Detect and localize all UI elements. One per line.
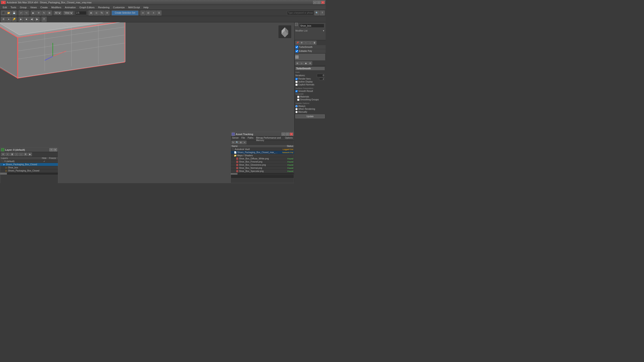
layer-row-default[interactable]: ⬛ 0 (default) ✓ [0, 160, 58, 163]
delete-modifier-button[interactable]: 🗑 [312, 41, 316, 45]
set-key[interactable]: 🔑 [12, 17, 16, 22]
play-button[interactable]: ▶ [18, 17, 24, 22]
layer-vis-default[interactable]: ✓ [40, 160, 48, 162]
rotate-button[interactable]: ↻ [42, 10, 46, 16]
down-button[interactable]: ↓ [308, 41, 312, 45]
asset-row-normal[interactable]: 🖼 Shoe_Box_Normal.png Found [231, 166, 294, 170]
modifier-editable-poly[interactable]: Editable Poly [294, 49, 326, 53]
time-config[interactable]: ⏱ [42, 17, 46, 22]
modifier-dropdown-icon[interactable]: ▼ [322, 30, 325, 32]
asset-server-menu[interactable]: Server [231, 136, 240, 140]
new-file-button[interactable]: ⬛ [1, 10, 6, 16]
turbosmooth-enabled[interactable] [296, 46, 298, 48]
snap-percent-input[interactable] [75, 11, 86, 15]
asset-search-input[interactable] [231, 175, 294, 178]
prev-frame[interactable]: ◀| [29, 17, 34, 22]
percent-snap-button[interactable]: % [99, 10, 104, 16]
snap-button[interactable]: ⊠ [88, 10, 94, 16]
layer-mgr-button[interactable]: ≡ [151, 10, 156, 16]
minimize-button[interactable]: ─ [313, 1, 317, 4]
layers-move-up-button[interactable]: ↑ [14, 152, 18, 156]
asset-file-menu[interactable]: File [240, 136, 246, 140]
asset-scrollbar[interactable] [231, 173, 294, 175]
layers-settings-button[interactable]: ⚙ [24, 152, 28, 156]
layer-row-shoes[interactable]: ▶ Shoes_Packaging_Box_Closed [0, 163, 58, 166]
menu-graph-editors[interactable]: Graph Editors [78, 6, 96, 9]
object-color-swatch[interactable] [295, 23, 298, 26]
iterations-input[interactable] [317, 74, 325, 77]
menu-rendering[interactable]: Rendering [96, 6, 111, 9]
layers-move-down-button[interactable]: ↓ [19, 152, 23, 156]
modifier-turbosmooth[interactable]: TurboSmooth [294, 45, 326, 49]
viewport-cube[interactable] [278, 25, 292, 38]
spinner-snap-button[interactable]: ✲ [105, 10, 110, 16]
asset-list-view[interactable]: ≡ [243, 141, 246, 144]
pin-modifier-button[interactable]: 📌 [296, 41, 300, 45]
scale-button[interactable]: ⊞ [47, 10, 52, 16]
utilities-icon[interactable]: ⚙ [308, 61, 312, 65]
smoothing-groups-checkbox[interactable] [297, 98, 300, 101]
next-frame[interactable]: |▶ [35, 17, 40, 22]
menu-group[interactable]: Group [18, 6, 28, 9]
render-iters-input[interactable] [319, 78, 325, 80]
asset-row-max-file[interactable]: 📄 Shoes_Packaging_Box_Closed_max_vray.ma… [231, 151, 294, 154]
menu-views[interactable]: Views [28, 6, 38, 9]
align-button[interactable]: ⊟ [146, 10, 151, 16]
asset-find-button[interactable]: 🔍 [235, 141, 239, 144]
layer-row-shoes-closed[interactable]: ▷ Shoes_Packaging_Box_Closed [0, 169, 58, 172]
layers-help-button[interactable]: ? [50, 148, 53, 151]
redo-button[interactable]: ↪ [24, 10, 29, 16]
smooth-result-checkbox[interactable] [296, 90, 298, 92]
undo-button[interactable]: ↩ [18, 10, 24, 16]
help-search-input[interactable] [287, 11, 314, 15]
asset-maximize-button[interactable]: □ [286, 132, 289, 136]
close-button[interactable]: ✕ [321, 1, 325, 4]
layers-add-button[interactable]: + [6, 152, 10, 156]
always-radio[interactable] [296, 105, 298, 107]
materials-checkbox[interactable] [297, 96, 300, 98]
configure-button[interactable]: ⚙ [300, 41, 304, 45]
save-button[interactable]: 💾 [12, 10, 16, 16]
manually-radio[interactable] [296, 111, 298, 113]
layers-select-button[interactable]: ▶ [28, 152, 32, 156]
asset-row-diffuse[interactable]: 🖼 Shoe_Box_Diffuse_White.png Found [231, 157, 294, 160]
object-name-input[interactable] [299, 24, 324, 28]
asset-row-maps[interactable]: 📁 Maps / Shaders [231, 154, 294, 157]
help-search-button[interactable]: 🔍 [314, 10, 319, 16]
move-button[interactable]: ✛ [36, 10, 41, 16]
ribbon-button[interactable]: ☰ [156, 10, 162, 16]
motion-icon[interactable]: ▷ [300, 61, 304, 65]
layers-scrollbar[interactable] [0, 172, 58, 175]
view-select[interactable]: View [64, 11, 73, 15]
asset-minimize-button[interactable]: ─ [282, 132, 285, 136]
display-icon[interactable]: ◉ [304, 61, 308, 65]
asset-bitmap-menu[interactable]: Bitmap Performance and Memory [255, 136, 284, 140]
selection-filter[interactable]: All [54, 11, 62, 15]
layers-new-button[interactable]: ✕ [1, 152, 5, 156]
explicit-normals-checkbox[interactable] [296, 84, 298, 86]
asset-row-fresnel[interactable]: 🖼 Shoe_Box_Fresnel.png Found [231, 160, 294, 164]
maximize-button[interactable]: □ [317, 1, 321, 4]
auto-key[interactable]: ● [6, 17, 11, 22]
help-button[interactable]: ? [320, 10, 325, 16]
stop-button[interactable]: ■ [24, 17, 29, 22]
asset-paths-menu[interactable]: Paths [246, 136, 255, 140]
asset-options-menu[interactable]: Options [284, 136, 294, 140]
layers-close-button[interactable]: ✕ [54, 148, 57, 151]
menu-maxscript[interactable]: MAXScript [126, 6, 142, 9]
angle-snap-button[interactable]: ⊙ [94, 10, 99, 16]
up-button[interactable]: ↑ [304, 41, 308, 45]
asset-scroll-thumb[interactable] [231, 173, 238, 175]
asset-table-view[interactable]: ⊞ [239, 141, 242, 144]
menu-customize[interactable]: Customize [111, 6, 126, 9]
layers-scroll-thumb[interactable] [0, 172, 7, 175]
render-iters-checkbox[interactable] [296, 78, 298, 80]
menu-create[interactable]: Create [38, 6, 50, 9]
open-file-button[interactable]: 📂 [6, 10, 11, 16]
select-button[interactable]: ▶ [31, 10, 36, 16]
asset-row-glossiness[interactable]: 🖼 Shoe_Box_Glossiness.png Found [231, 164, 294, 166]
update-button[interactable]: Update [296, 114, 325, 118]
layer-row-shoebox[interactable]: ▷ Shoe_box [0, 166, 58, 169]
asset-row-vault[interactable]: ⬛ Autodesk Vault Logged Out [231, 148, 294, 151]
menu-modifiers[interactable]: Modifiers [50, 6, 63, 9]
